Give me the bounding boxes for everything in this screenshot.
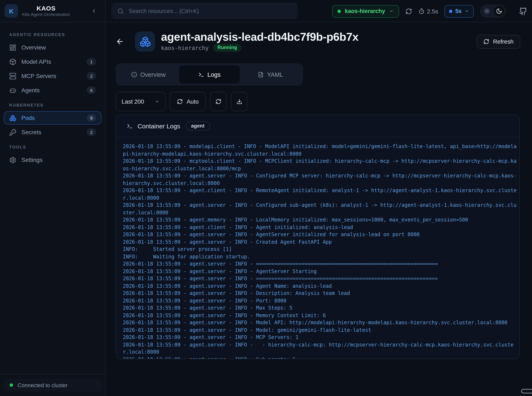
moon-icon <box>496 8 502 14</box>
back-button[interactable] <box>116 37 124 46</box>
interval-label: 5s <box>455 8 462 14</box>
sidebar-collapse-button[interactable] <box>88 8 99 14</box>
sidebar-footer: Connected to cluster <box>0 374 105 396</box>
sidebar-item-agents[interactable]: Agents 6 <box>4 83 102 97</box>
refresh-interval-selector[interactable]: 5s <box>444 5 474 17</box>
log-line: 2026-01-18 13:55:09 - agent.server - INF… <box>123 261 516 268</box>
page-title: agent-analysis-lead-db4bc7f9b-p6b7x <box>161 31 358 43</box>
chevron-down-icon <box>389 9 394 13</box>
sidebar-item-label: Settings <box>21 157 43 163</box>
lines-count-select[interactable]: Last 200 <box>116 92 166 111</box>
refresh-icon <box>177 99 183 105</box>
chevron-down-icon <box>155 99 160 104</box>
tab-yaml[interactable]: YAML <box>240 65 301 83</box>
log-line: 2026-01-18 13:55:09 - agent.server - INF… <box>123 312 516 319</box>
page-header: agent-analysis-lead-db4bc7f9b-p6b7x kaos… <box>116 31 520 52</box>
log-line: 2026-01-18 13:55:09 - agent.server - INF… <box>123 172 516 187</box>
log-controls: Last 200 Auto <box>116 92 247 111</box>
app-subtitle: K8s Agent Orchestration <box>22 12 70 17</box>
log-line: 2026-01-18 13:55:09 - agent.server - INF… <box>123 304 516 312</box>
auto-refresh-toggle[interactable]: Auto <box>170 92 206 111</box>
search-input[interactable] <box>128 7 292 14</box>
refresh-duration-value: 2.5s <box>427 8 438 14</box>
log-line: 2026-01-18 13:55:09 - mcptools.client - … <box>123 158 516 172</box>
refresh-icon <box>483 39 489 45</box>
sidebar-item-pods[interactable]: Pods 9 <box>4 111 102 125</box>
info-icon <box>131 71 137 77</box>
app-name: KAOS <box>36 5 56 12</box>
log-panel: Container Logs agent 2026-01-18 13:55:09… <box>116 115 520 359</box>
log-line: 2026-01-18 13:55:09 - agent.server - INF… <box>123 356 516 359</box>
terminal-icon <box>127 123 133 129</box>
log-line: 2026-01-18 13:55:09 - modelapi.client - … <box>123 143 516 158</box>
log-line: 2026-01-18 13:55:09 - agent.server - INF… <box>123 283 516 290</box>
section-label-agentic: AGENTIC RESOURCES <box>4 32 102 37</box>
search-icon <box>117 8 124 14</box>
sidebar-item-label: MCP Servers <box>21 73 56 79</box>
app-root: K KAOS K8s Agent Orchestration AGENTIC R… <box>0 0 532 396</box>
log-output[interactable]: 2026-01-18 13:55:09 - modelapi.client - … <box>123 143 516 359</box>
topbar-right: kaos-hierarchy 2.5s 5s <box>332 0 527 22</box>
github-link[interactable] <box>519 7 527 15</box>
gear-icon <box>9 156 16 163</box>
sidebar-item-label: Agents <box>21 87 40 93</box>
pod-icon-tile <box>135 31 155 52</box>
refresh-button-label: Refresh <box>493 38 514 45</box>
page-subtitle-row: kaos-hierarchy Running <box>161 44 358 52</box>
tab-overview[interactable]: Overview <box>118 65 179 83</box>
lines-count-value: Last 200 <box>122 98 144 105</box>
search-box <box>112 2 298 19</box>
box-icon <box>9 58 16 65</box>
section-label-kubernetes: KUBERNETES <box>4 103 102 107</box>
cluster-status-label: Connected to cluster <box>18 382 68 388</box>
topbar: kaos-hierarchy 2.5s 5s <box>106 0 532 22</box>
app-logo: K <box>5 4 18 18</box>
tab-logs[interactable]: Logs <box>179 65 240 83</box>
sidebar-item-overview[interactable]: Overview <box>4 41 102 54</box>
sidebar-item-label: Overview <box>21 44 46 51</box>
namespace-label: kaos-hierarchy <box>345 8 385 14</box>
sidebar-item-secrets[interactable]: Secrets 2 <box>4 125 102 139</box>
namespace-selector[interactable]: kaos-hierarchy <box>332 5 399 17</box>
download-icon <box>236 99 242 105</box>
github-icon <box>519 7 527 15</box>
namespace-status-dot-icon <box>338 9 341 13</box>
log-panel-header: Container Logs agent <box>116 115 519 137</box>
status-dot-icon <box>10 384 13 387</box>
sidebar-item-label: Model APIs <box>21 58 51 65</box>
page-title-block: agent-analysis-lead-db4bc7f9b-p6b7x kaos… <box>161 31 358 52</box>
main-area: kaos-hierarchy 2.5s 5s <box>106 0 532 396</box>
download-logs-button[interactable] <box>231 92 247 111</box>
sidebar: K KAOS K8s Agent Orchestration AGENTIC R… <box>0 0 106 396</box>
sidebar-item-mcp-servers[interactable]: MCP Servers 2 <box>4 69 102 83</box>
file-code-icon <box>258 71 264 77</box>
log-line: 2026-01-18 13:55:09 - agent.memory - INF… <box>123 216 516 224</box>
global-refresh-button[interactable] <box>405 8 412 14</box>
robot-icon <box>9 87 16 94</box>
key-icon <box>9 128 16 136</box>
manual-refresh-button[interactable] <box>210 92 226 111</box>
interval-dot-icon <box>449 9 452 13</box>
container-badge: agent <box>185 121 210 130</box>
boxes-icon <box>9 114 16 122</box>
cluster-status: Connected to cluster <box>4 379 102 391</box>
count-badge: 2 <box>87 128 96 136</box>
log-line: 2026-01-18 13:55:09 - agent.server - INF… <box>123 297 516 304</box>
horizontal-scrollbar[interactable] <box>521 389 532 394</box>
sun-icon <box>484 8 490 14</box>
sidebar-nav: AGENTIC RESOURCES Overview Model APIs 1 … <box>0 22 105 167</box>
count-badge: 9 <box>87 114 96 122</box>
app-title-block: KAOS K8s Agent Orchestration <box>22 5 70 17</box>
pod-namespace: kaos-hierarchy <box>161 45 209 51</box>
terminal-icon <box>198 71 204 77</box>
sidebar-item-settings[interactable]: Settings <box>4 153 102 167</box>
arrow-left-icon <box>116 37 124 46</box>
chevron-left-icon <box>91 8 97 14</box>
dark-theme-button[interactable] <box>494 6 504 16</box>
refresh-button[interactable]: Refresh <box>477 35 520 48</box>
count-badge: 1 <box>87 58 96 66</box>
sidebar-item-model-apis[interactable]: Model APIs 1 <box>4 55 102 68</box>
sidebar-header: K KAOS K8s Agent Orchestration <box>0 0 105 22</box>
section-label-tools: TOOLS <box>4 145 102 149</box>
light-theme-button[interactable] <box>482 6 492 16</box>
